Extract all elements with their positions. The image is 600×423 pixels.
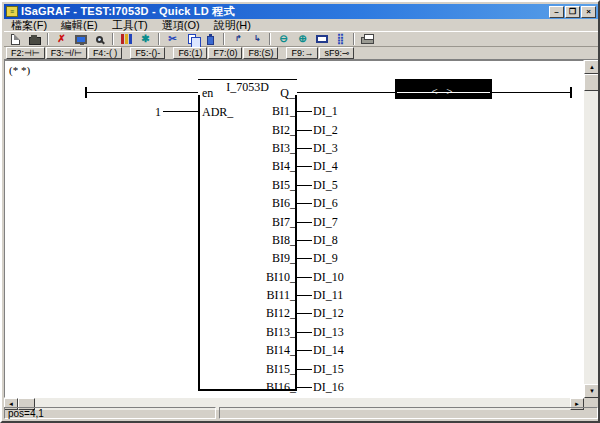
sf9-block-button[interactable]: sF9:⊸ bbox=[319, 47, 354, 59]
menu-edit[interactable]: 編輯(E) bbox=[54, 19, 105, 32]
grid-button[interactable]: ⣿ bbox=[331, 32, 350, 46]
menu-help[interactable]: 說明(H) bbox=[207, 19, 258, 32]
pin-row[interactable]: BI5_DI_5 bbox=[235, 176, 375, 194]
en-pin-label: en bbox=[202, 86, 213, 101]
zoom-out-button[interactable]: ⊖ bbox=[274, 32, 293, 46]
adr-wire bbox=[163, 111, 198, 112]
pin-wire bbox=[297, 130, 312, 131]
cut-icon: ✂ bbox=[168, 34, 176, 44]
block-pin: BI15_ bbox=[235, 362, 296, 377]
insert-rung-after-button[interactable]: ↳ bbox=[247, 32, 266, 46]
main-toolbar: ✗ ✱ ✂ ↱ ↳ ⊖ ⊕ ⣿ bbox=[4, 32, 598, 47]
pin-row[interactable]: BI9_DI_9 bbox=[235, 250, 375, 268]
pin-row[interactable]: BI4_DI_4 bbox=[235, 158, 375, 176]
scroll-up-button[interactable]: ▲ bbox=[584, 60, 600, 74]
pin-row[interactable]: BI2_DI_2 bbox=[235, 121, 375, 139]
block-pin: BI9_ bbox=[235, 251, 296, 266]
f3-negated-contact-button[interactable]: F3:⊣/⊢ bbox=[46, 47, 87, 59]
block-pin: BI1_ bbox=[235, 104, 296, 119]
ld-canvas[interactable]: (* *) I_7053D en Q_ 1 ADR_ < > BI1 bbox=[4, 60, 584, 398]
adr-input-value[interactable]: 1 bbox=[147, 105, 161, 120]
block-pin: BI11_ bbox=[235, 288, 296, 303]
pin-row[interactable]: BI10_DI_10 bbox=[235, 268, 375, 286]
close-button[interactable]: × bbox=[581, 6, 596, 18]
pin-row[interactable]: BI15_DI_15 bbox=[235, 360, 375, 378]
pin-row[interactable]: BI1_DI_1 bbox=[235, 103, 375, 121]
pin-row[interactable]: BI7_DI_7 bbox=[235, 213, 375, 231]
io-connection-button[interactable]: ✱ bbox=[136, 32, 155, 46]
block-pin: BI14_ bbox=[235, 343, 296, 358]
f9-block-button[interactable]: F9:→ bbox=[286, 47, 318, 59]
pin-row[interactable]: BI6_DI_6 bbox=[235, 194, 375, 212]
cursor-position-status: pos=4,1 bbox=[4, 407, 216, 419]
rung-comment[interactable]: (* *) bbox=[9, 64, 30, 76]
title-bar[interactable]: ≡ ISaGRAF - TEST:I7053D - Quick LD 程式 – … bbox=[4, 4, 598, 19]
f7-reset-coil-button[interactable]: F7:(0) bbox=[208, 47, 242, 59]
block-pin: BI12_ bbox=[235, 306, 296, 321]
f2-contact-button[interactable]: F2:⊣⊢ bbox=[6, 47, 45, 59]
insert-rung-before-icon: ↱ bbox=[235, 34, 241, 44]
scroll-down-button[interactable]: ▼ bbox=[584, 384, 600, 398]
block-pin: BI8_ bbox=[235, 233, 296, 248]
insert-rung-after-icon: ↳ bbox=[254, 34, 260, 44]
output-variable: DI_13 bbox=[313, 325, 344, 340]
wire-left bbox=[86, 92, 198, 93]
output-variable: DI_9 bbox=[313, 251, 338, 266]
open-icon bbox=[29, 37, 41, 45]
delete-button[interactable]: ✗ bbox=[52, 32, 71, 46]
app-icon: ≡ bbox=[6, 6, 18, 17]
open-button[interactable] bbox=[25, 32, 44, 46]
f6-set-coil-button[interactable]: F6:(1) bbox=[173, 47, 207, 59]
output-coil-selected[interactable]: < > bbox=[395, 79, 492, 99]
debug-button[interactable] bbox=[71, 32, 90, 46]
insert-rung-before-button[interactable]: ↱ bbox=[228, 32, 247, 46]
maximize-button[interactable]: ❒ bbox=[565, 6, 580, 18]
output-variable: DI_10 bbox=[313, 270, 344, 285]
block-pin: BI7_ bbox=[235, 215, 296, 230]
f8-jump-button[interactable]: F8:(S) bbox=[243, 47, 278, 59]
delete-icon: ✗ bbox=[57, 34, 65, 44]
paste-button[interactable] bbox=[201, 32, 220, 46]
right-power-rail bbox=[570, 87, 572, 98]
dictionary-button[interactable] bbox=[117, 32, 136, 46]
output-variable: DI_1 bbox=[313, 104, 338, 119]
pin-row[interactable]: BI11_DI_11 bbox=[235, 286, 375, 304]
minimize-button[interactable]: – bbox=[549, 6, 564, 18]
new-document-button[interactable] bbox=[6, 32, 25, 46]
pin-row[interactable]: BI12_DI_12 bbox=[235, 305, 375, 323]
pin-wire bbox=[297, 332, 312, 333]
editor-area: (* *) I_7053D en Q_ 1 ADR_ < > BI1 bbox=[4, 60, 600, 410]
print-button[interactable] bbox=[358, 32, 377, 46]
pin-row[interactable]: BI14_DI_14 bbox=[235, 342, 375, 360]
toolbar-separator bbox=[158, 33, 160, 45]
menu-options[interactable]: 選項(O) bbox=[155, 19, 207, 32]
block-pin: BI5_ bbox=[235, 178, 296, 193]
pin-row[interactable]: BI13_DI_13 bbox=[235, 323, 375, 341]
f5-coil-button[interactable]: F5:-()- bbox=[130, 47, 165, 59]
menu-file[interactable]: 檔案(F) bbox=[4, 19, 54, 32]
pin-row[interactable]: BI8_DI_8 bbox=[235, 231, 375, 249]
zoom-in-button[interactable]: ⊕ bbox=[293, 32, 312, 46]
search-button[interactable] bbox=[90, 32, 109, 46]
copy-button[interactable] bbox=[182, 32, 201, 46]
vertical-scroll-thumb[interactable] bbox=[584, 74, 600, 91]
toolbar-separator bbox=[269, 33, 271, 45]
wire-middle bbox=[297, 92, 395, 93]
block-pin: BI13_ bbox=[235, 325, 296, 340]
ld-toolbar: F2:⊣⊢ F3:⊣/⊢ F4:-( ) F5:-()- F6:(1) F7:(… bbox=[4, 47, 598, 60]
cut-button[interactable]: ✂ bbox=[163, 32, 182, 46]
f4-coil-button[interactable]: F4:-( ) bbox=[88, 47, 123, 59]
pin-row[interactable]: BI3_DI_3 bbox=[235, 139, 375, 157]
menu-tools[interactable]: 工具(T) bbox=[105, 19, 155, 32]
fit-window-button[interactable] bbox=[312, 32, 331, 46]
pin-wire bbox=[297, 166, 312, 167]
block-pin: BI2_ bbox=[235, 123, 296, 138]
grid-icon: ⣿ bbox=[337, 34, 344, 44]
pin-wire bbox=[297, 185, 312, 186]
pin-row[interactable]: BI16_DI_16 bbox=[235, 378, 375, 396]
paste-icon bbox=[207, 36, 214, 45]
search-icon bbox=[96, 36, 103, 43]
application-window: ≡ ISaGRAF - TEST:I7053D - Quick LD 程式 – … bbox=[0, 0, 600, 423]
block-pin: BI4_ bbox=[235, 159, 296, 174]
vertical-scrollbar[interactable]: ▲ ▼ bbox=[584, 60, 600, 398]
